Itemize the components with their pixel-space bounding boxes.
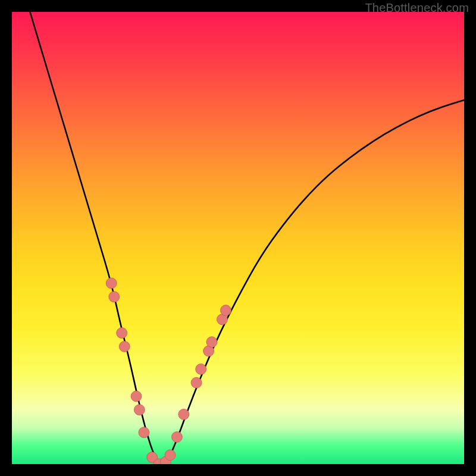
plot-area: [12, 12, 464, 464]
